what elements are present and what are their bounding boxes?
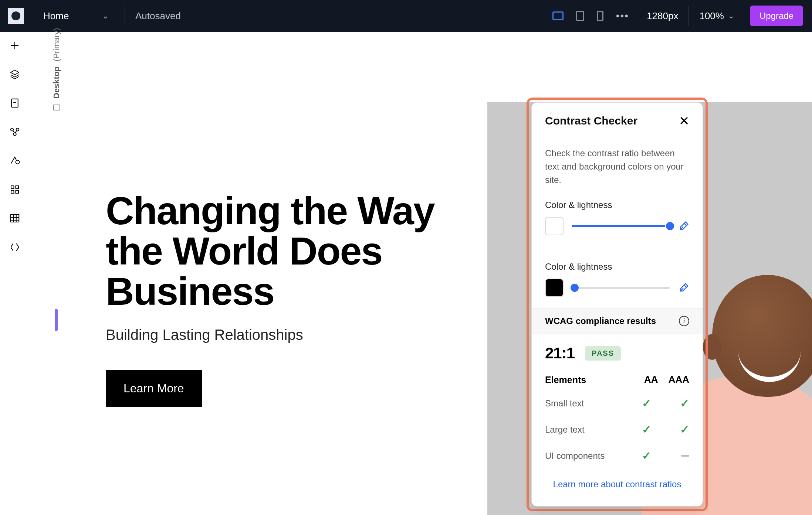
theme-icon[interactable] xyxy=(9,154,21,167)
ratio-row: 21:1 PASS xyxy=(532,334,703,365)
apps-icon[interactable] xyxy=(9,183,21,196)
eyedropper-icon[interactable] xyxy=(678,221,689,232)
svg-rect-6 xyxy=(16,186,19,189)
svg-point-3 xyxy=(13,133,16,136)
check-icon: ✓ xyxy=(642,397,651,410)
topbar: Home ⌄ Autosaved ••• 1280px 100% ⌄ Upgra… xyxy=(0,0,812,32)
pass-badge: PASS xyxy=(585,346,621,361)
color-swatch-foreground[interactable] xyxy=(545,217,564,235)
site-header-placeholder[interactable] xyxy=(74,50,812,102)
panel-description: Check the contrast ratio between text an… xyxy=(545,147,689,187)
device-switcher: ••• xyxy=(545,10,636,22)
svg-rect-7 xyxy=(11,191,14,194)
add-icon[interactable] xyxy=(9,39,21,52)
row-label: UI components xyxy=(545,451,605,461)
check-icon: ✓ xyxy=(680,423,689,436)
column-aaa: AAA xyxy=(669,374,689,385)
result-row-ui-components: UI components ✓ xyxy=(532,443,703,469)
canvas[interactable]: Desktop (Primary) Changing the Way the W… xyxy=(30,32,812,515)
column-aa: AA xyxy=(644,374,658,385)
result-row-large-text: Large text ✓ ✓ xyxy=(532,416,703,443)
app-logo[interactable] xyxy=(0,0,32,32)
row-label: Large text xyxy=(545,424,585,435)
hero-subtitle[interactable]: Building Lasting Relationships xyxy=(106,327,459,343)
panel-title: Contrast Checker xyxy=(545,115,637,127)
page-selector[interactable]: Home ⌄ xyxy=(32,10,125,22)
data-icon[interactable] xyxy=(9,212,21,225)
cms-icon[interactable] xyxy=(9,126,21,138)
breakpoint-suffix: (Primary) xyxy=(52,28,61,61)
upgrade-button[interactable]: Upgrade xyxy=(750,6,803,26)
lightness-slider-foreground[interactable] xyxy=(572,225,670,227)
results-table-header: Elements AA AAA xyxy=(532,365,703,390)
hero-cta-button[interactable]: Learn More xyxy=(106,370,202,407)
page-name: Home xyxy=(43,10,69,22)
elements-label: Elements xyxy=(545,375,586,385)
breakpoint-label[interactable]: Desktop (Primary) xyxy=(52,28,61,111)
left-toolbar xyxy=(0,32,30,515)
hero-text-column[interactable]: Changing the Way the World Does Business… xyxy=(74,102,487,515)
pages-icon[interactable] xyxy=(9,97,21,109)
selection-indicator xyxy=(55,309,58,331)
svg-point-4 xyxy=(16,160,20,164)
check-icon: ✓ xyxy=(642,449,651,462)
check-icon: ✓ xyxy=(680,397,689,410)
desktop-icon[interactable] xyxy=(552,11,564,20)
color-group-foreground: Color & lightness xyxy=(545,200,689,235)
zoom-control[interactable]: 100% ⌄ xyxy=(689,10,741,22)
check-icon: ✓ xyxy=(642,423,651,436)
info-icon[interactable]: i xyxy=(679,316,689,326)
row-label: Small text xyxy=(545,398,584,409)
not-applicable-icon xyxy=(681,455,689,457)
chevron-down-icon: ⌄ xyxy=(728,11,734,21)
learn-more-link[interactable]: Learn more about contrast ratios xyxy=(553,479,681,489)
breakpoint-name: Desktop xyxy=(52,66,61,99)
contrast-ratio: 21:1 xyxy=(545,344,575,362)
hero-title[interactable]: Changing the Way the World Does Business xyxy=(106,191,459,312)
contrast-checker-panel: Contrast Checker ✕ Check the contrast ra… xyxy=(532,103,703,506)
desktop-icon xyxy=(53,105,60,110)
canvas-width[interactable]: 1280px xyxy=(636,10,688,22)
eyedropper-icon[interactable] xyxy=(678,282,689,293)
contrast-checker-highlight: Contrast Checker ✕ Check the contrast ra… xyxy=(527,98,708,511)
close-icon[interactable]: ✕ xyxy=(679,115,689,127)
svg-rect-8 xyxy=(16,191,19,194)
tablet-icon[interactable] xyxy=(576,11,584,21)
result-row-small-text: Small text ✓ ✓ xyxy=(532,390,703,416)
zoom-value: 100% xyxy=(699,10,724,22)
group-label: Color & lightness xyxy=(545,262,689,272)
wcag-heading: WCAG compliance results xyxy=(545,316,656,326)
group-label: Color & lightness xyxy=(545,200,689,210)
svg-rect-5 xyxy=(11,186,14,189)
code-icon[interactable] xyxy=(9,241,21,253)
color-group-background: Color & lightness xyxy=(545,262,689,297)
chevron-down-icon: ⌄ xyxy=(102,11,109,21)
wcag-results-header: WCAG compliance results i xyxy=(532,308,703,334)
svg-rect-0 xyxy=(11,99,18,108)
mobile-icon[interactable] xyxy=(597,11,603,21)
lightness-slider-background[interactable] xyxy=(572,287,670,289)
layers-icon[interactable] xyxy=(9,68,21,81)
color-swatch-background[interactable] xyxy=(545,279,564,297)
more-breakpoints-icon[interactable]: ••• xyxy=(616,10,629,22)
autosave-status: Autosaved xyxy=(125,10,545,22)
svg-rect-9 xyxy=(11,215,19,222)
